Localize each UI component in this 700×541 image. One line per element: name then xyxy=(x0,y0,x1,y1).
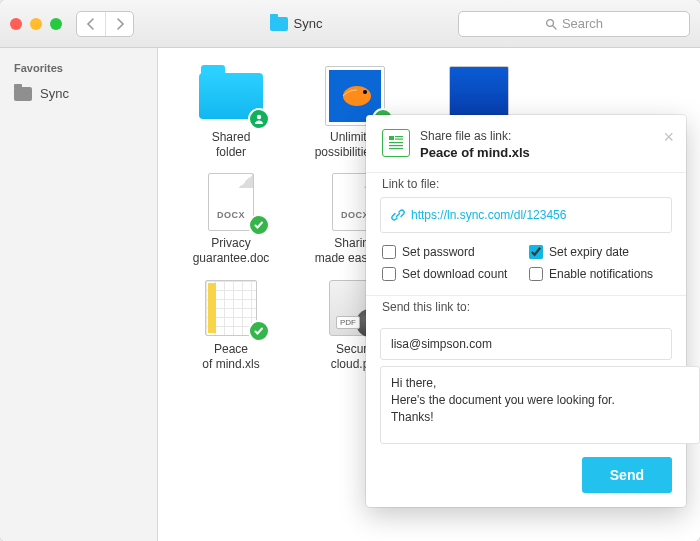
svg-rect-6 xyxy=(389,136,394,140)
sidebar-item-label: Sync xyxy=(40,86,69,101)
set-download-count-checkbox[interactable] xyxy=(382,267,396,281)
svg-point-5 xyxy=(363,90,367,94)
opt-enable-notifications[interactable]: Enable notifications xyxy=(529,267,670,281)
set-password-checkbox[interactable] xyxy=(382,245,396,259)
svg-point-2 xyxy=(257,115,261,119)
chevron-left-icon xyxy=(86,18,96,30)
svg-point-0 xyxy=(546,19,553,26)
search-input[interactable]: Search xyxy=(458,11,690,37)
titlebar: Sync Search xyxy=(0,0,700,48)
opt-set-expiry[interactable]: Set expiry date xyxy=(529,245,670,259)
link-icon xyxy=(391,208,405,222)
file-label: Peace of mind.xls xyxy=(202,342,259,372)
forward-button[interactable] xyxy=(105,12,133,36)
sidebar-header: Favorites xyxy=(0,62,157,82)
window-title: Sync xyxy=(142,16,450,31)
svg-rect-7 xyxy=(395,136,403,137)
file-item-privacy-doc[interactable]: DOCX Privacy guarantee.doc xyxy=(176,174,286,266)
sidebar: Favorites Sync xyxy=(0,48,158,541)
file-label: Privacy guarantee.doc xyxy=(193,236,270,266)
svg-rect-9 xyxy=(389,142,403,143)
folder-icon xyxy=(14,87,32,101)
popover-header: Share file as link: Peace of mind.xls × xyxy=(366,115,686,172)
nav-buttons xyxy=(76,11,134,37)
share-options: Set password Set expiry date Set downloa… xyxy=(366,233,686,295)
chevron-right-icon xyxy=(115,18,125,30)
send-section-label: Send this link to: xyxy=(366,296,686,320)
popover-filename: Peace of mind.xls xyxy=(420,145,530,160)
svg-rect-8 xyxy=(395,139,403,140)
zoom-window-button[interactable] xyxy=(50,18,62,30)
folder-icon xyxy=(270,17,288,31)
search-icon xyxy=(545,18,557,30)
file-item-shared-folder[interactable]: Shared folder xyxy=(176,68,286,160)
opt-set-download-count[interactable]: Set download count xyxy=(382,267,523,281)
recipient-email-input[interactable] xyxy=(380,328,672,360)
send-button[interactable]: Send xyxy=(582,457,672,493)
set-expiry-checkbox[interactable] xyxy=(529,245,543,259)
share-link-url: https://ln.sync.com/dl/123456 xyxy=(411,208,566,222)
docx-icon: DOCX xyxy=(208,173,254,231)
message-textarea[interactable] xyxy=(380,366,700,444)
link-section-label: Link to file: xyxy=(366,173,686,197)
svg-rect-11 xyxy=(389,148,403,149)
back-button[interactable] xyxy=(77,12,105,36)
sidebar-item-sync[interactable]: Sync xyxy=(0,82,157,105)
svg-line-1 xyxy=(553,26,556,29)
window-title-text: Sync xyxy=(294,16,323,31)
window-controls xyxy=(10,18,62,30)
synced-badge-icon xyxy=(248,320,270,342)
svg-rect-10 xyxy=(389,145,403,146)
share-link-popover: Share file as link: Peace of mind.xls × … xyxy=(366,115,686,507)
search-placeholder: Search xyxy=(562,16,603,31)
close-window-button[interactable] xyxy=(10,18,22,30)
minimize-window-button[interactable] xyxy=(30,18,42,30)
popover-title-line: Share file as link: xyxy=(420,129,530,143)
spreadsheet-icon xyxy=(382,129,410,157)
file-label: Shared folder xyxy=(212,130,251,160)
opt-set-password[interactable]: Set password xyxy=(382,245,523,259)
close-popover-button[interactable]: × xyxy=(663,127,674,148)
file-item-peace-xls[interactable]: Peace of mind.xls xyxy=(176,280,286,372)
enable-notifications-checkbox[interactable] xyxy=(529,267,543,281)
synced-badge-icon xyxy=(248,214,270,236)
shared-badge-icon xyxy=(248,108,270,130)
share-link-field[interactable]: https://ln.sync.com/dl/123456 xyxy=(380,197,672,233)
svg-point-4 xyxy=(343,86,371,106)
